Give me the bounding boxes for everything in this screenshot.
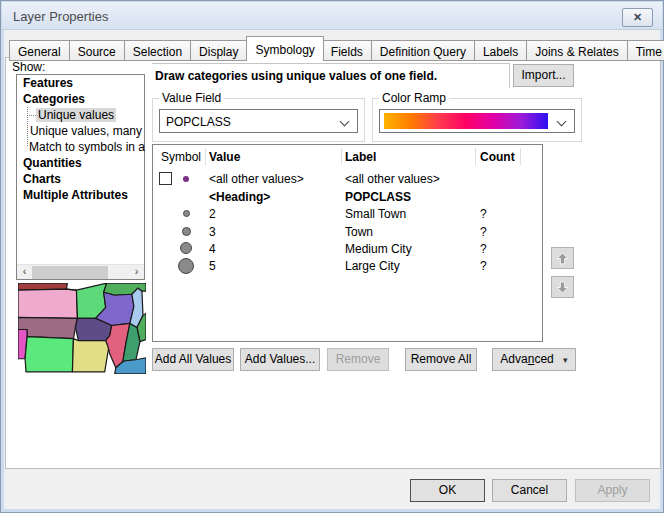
- column-header-label[interactable]: Label: [345, 150, 376, 164]
- tree-item-unique-values-many[interactable]: Unique values, many: [17, 123, 144, 139]
- value-field-value: POPCLASS: [166, 115, 231, 129]
- scrollbar-thumb[interactable]: [32, 266, 108, 279]
- show-tree-list: Features Categories Unique values Unique…: [16, 74, 145, 280]
- remove-all-button[interactable]: Remove All: [405, 348, 477, 371]
- tab-selection[interactable]: Selection: [125, 40, 191, 61]
- description-text: Draw categories using unique values of o…: [155, 69, 437, 83]
- column-header-count[interactable]: Count: [480, 150, 515, 164]
- class-3-symbol[interactable]: [182, 227, 191, 236]
- dialog-body: General Source Selection Display Symbolo…: [4, 30, 660, 509]
- close-button[interactable]: ✕: [622, 8, 653, 27]
- description-box: Draw categories using unique values of o…: [152, 63, 510, 88]
- column-header-symbol[interactable]: Symbol: [161, 150, 201, 164]
- column-divider: [341, 148, 342, 165]
- tree-item-quantities[interactable]: Quantities: [17, 155, 144, 171]
- cancel-button[interactable]: Cancel: [492, 479, 567, 502]
- tree-item-categories[interactable]: Categories: [17, 91, 144, 107]
- column-divider: [520, 148, 521, 165]
- tab-definition-query[interactable]: Definition Query: [372, 40, 475, 61]
- all-other-values-checkbox[interactable]: [159, 172, 172, 185]
- tab-strip: General Source Selection Display Symbolo…: [9, 36, 664, 61]
- column-header-value[interactable]: Value: [209, 150, 240, 164]
- ok-button[interactable]: OK: [410, 479, 485, 502]
- tree-connector: [27, 131, 28, 132]
- map-preview-image: [18, 283, 146, 374]
- tree-item-charts[interactable]: Charts: [17, 171, 144, 187]
- tab-labels[interactable]: Labels: [475, 40, 527, 61]
- add-all-values-button[interactable]: Add All Values: [152, 348, 234, 371]
- arrow-down-icon: [556, 281, 569, 294]
- tree-item-features[interactable]: Features: [17, 75, 144, 91]
- table-row-all-other-values[interactable]: <all other values> <all other values>: [153, 170, 542, 187]
- tab-joins-relates[interactable]: Joins & Relates: [527, 40, 627, 61]
- window-title: Layer Properties: [13, 9, 108, 24]
- column-divider: [475, 148, 476, 165]
- symbology-tab-page: Show: Features Categories Unique values …: [5, 57, 661, 469]
- scroll-left-icon[interactable]: ‹: [17, 265, 32, 280]
- advanced-button[interactable]: Advanced ▾: [492, 348, 576, 371]
- close-icon: ✕: [633, 11, 642, 23]
- add-values-button[interactable]: Add Values...: [240, 348, 320, 371]
- tab-fields[interactable]: Fields: [323, 40, 372, 61]
- class-4-symbol[interactable]: [180, 242, 192, 254]
- tree-horizontal-scrollbar[interactable]: ‹ ›: [17, 264, 144, 279]
- map-preview: [18, 283, 146, 374]
- show-label: Show:: [12, 60, 45, 74]
- all-other-values-symbol[interactable]: [183, 176, 189, 182]
- tree-item-match-to-symbols[interactable]: Match to symbols in a: [17, 139, 144, 155]
- table-row-class-4[interactable]: 4 Medium City ?: [153, 240, 542, 257]
- layer-properties-dialog: Layer Properties ✕ General Source Select…: [0, 0, 664, 513]
- tab-general[interactable]: General: [9, 40, 70, 61]
- class-5-symbol[interactable]: [178, 258, 194, 274]
- tree-connector: [27, 115, 36, 116]
- import-button[interactable]: Import...: [513, 64, 574, 87]
- move-down-button[interactable]: [551, 276, 574, 298]
- state-mo: [72, 339, 108, 372]
- value-field-label: Value Field: [159, 91, 224, 105]
- value-field-combobox[interactable]: POPCLASS: [159, 109, 358, 133]
- column-divider: [205, 148, 206, 165]
- color-ramp-label: Color Ramp: [379, 91, 449, 105]
- remove-button[interactable]: Remove: [327, 348, 389, 371]
- chevron-down-icon: [557, 117, 567, 127]
- tab-time[interactable]: Time: [628, 40, 664, 61]
- table-row-class-3[interactable]: 3 Town ?: [153, 223, 542, 240]
- tree-item-multiple-attributes[interactable]: Multiple Attributes: [17, 187, 144, 203]
- apply-button[interactable]: Apply: [575, 479, 650, 502]
- categories-children: Unique values Unique values, many Match …: [17, 107, 144, 155]
- tree-item-unique-values[interactable]: Unique values: [17, 107, 144, 123]
- value-field-group: Value Field POPCLASS: [152, 98, 365, 142]
- table-row-heading[interactable]: <Heading> POPCLASS: [153, 188, 542, 205]
- move-up-button[interactable]: [551, 247, 574, 269]
- table-row-class-5[interactable]: 5 Large City ?: [153, 257, 542, 274]
- unique-values-table: Symbol Value Label Count <all other valu…: [152, 144, 543, 342]
- color-ramp-gradient: [384, 113, 548, 129]
- title-bar[interactable]: Layer Properties ✕: [2, 2, 662, 30]
- tab-source[interactable]: Source: [70, 40, 125, 61]
- table-row-class-2[interactable]: 2 Small Town ?: [153, 205, 542, 222]
- color-ramp-group: Color Ramp: [372, 98, 582, 142]
- color-ramp-combobox[interactable]: [379, 109, 575, 133]
- tab-symbology[interactable]: Symbology: [246, 36, 323, 61]
- chevron-down-icon: [340, 117, 350, 127]
- scroll-right-icon[interactable]: ›: [129, 265, 144, 280]
- dropdown-arrow-icon: ▾: [563, 355, 568, 365]
- tab-display[interactable]: Display: [191, 40, 247, 61]
- arrow-up-icon: [556, 252, 569, 265]
- state-sd: [18, 289, 77, 318]
- state-ks: [25, 337, 73, 372]
- class-2-symbol[interactable]: [183, 210, 190, 217]
